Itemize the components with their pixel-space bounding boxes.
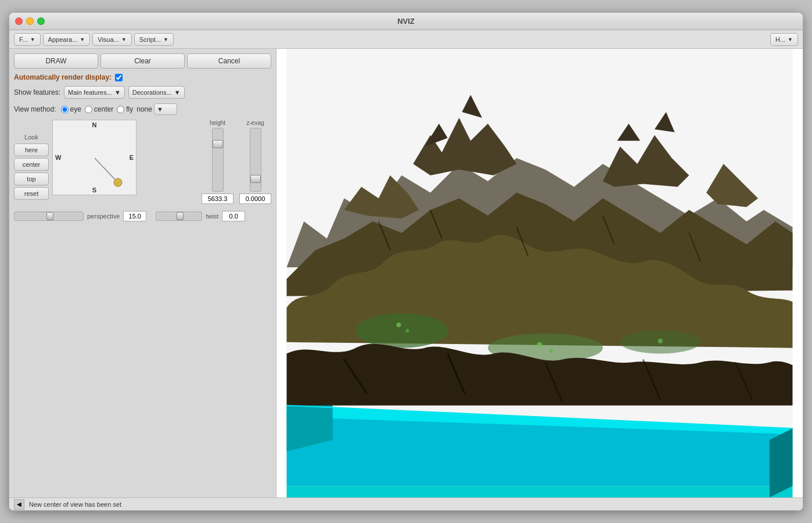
perspective-slider[interactable] — [14, 212, 84, 221]
close-button[interactable] — [15, 17, 23, 25]
compass-needle-svg — [53, 120, 136, 195]
twist-value[interactable] — [222, 211, 245, 221]
height-slider[interactable] — [212, 128, 224, 192]
radio-fly-input[interactable] — [117, 106, 124, 113]
main-content: DRAW Clear Cancel Automatically render d… — [9, 49, 803, 497]
zexag-panel: z-exag — [239, 120, 271, 204]
svg-point-34 — [658, 339, 663, 343]
menu-script-arrow: ▼ — [163, 37, 168, 42]
menu-file[interactable]: F... ▼ — [14, 33, 41, 46]
zexag-slider[interactable] — [250, 128, 261, 192]
terrain-visualization — [276, 49, 803, 497]
look-center-button[interactable]: center — [14, 158, 49, 171]
menu-script[interactable]: Script... ▼ — [134, 33, 174, 46]
none-arrow-icon: ▼ — [157, 106, 163, 113]
menubar: F... ▼ Appeara... ▼ Visua... ▼ Script...… — [9, 30, 803, 49]
svg-marker-36 — [770, 428, 793, 497]
decorations-dropdown[interactable]: Decorations... ▼ — [128, 86, 185, 99]
perspective-row: perspective twist — [14, 211, 271, 221]
svg-line-0 — [95, 158, 117, 181]
radio-eye-input[interactable] — [61, 106, 69, 113]
svg-point-30 — [397, 323, 401, 327]
maximize-button[interactable] — [37, 17, 45, 25]
show-features-label: Show features: — [14, 88, 60, 96]
radio-fly: fly — [117, 105, 133, 113]
radio-center-input[interactable] — [85, 106, 92, 113]
auto-render-checkbox[interactable] — [115, 74, 123, 81]
show-features-row: Show features: Main features... ▼ Decora… — [14, 86, 271, 99]
twist-label: twist — [206, 213, 218, 220]
cancel-button[interactable]: Cancel — [187, 53, 271, 69]
statusbar: ◀ New center of view has been set — [9, 497, 803, 510]
status-message: New center of view has been set — [29, 501, 121, 508]
menu-visual-arrow: ▼ — [121, 37, 127, 42]
look-label: Look — [14, 134, 49, 141]
zexag-label: z-exag — [246, 120, 264, 126]
svg-point-9 — [355, 313, 447, 348]
compass-box[interactable]: N S W E — [52, 120, 136, 195]
auto-render-row: Automatically render display: — [14, 73, 271, 81]
menu-appearance[interactable]: Appeara... ▼ — [43, 33, 91, 46]
look-reset-button[interactable]: reset — [14, 187, 49, 200]
height-label: height — [210, 120, 225, 126]
svg-point-33 — [549, 349, 553, 353]
look-buttons-panel: Look here center top reset — [14, 120, 49, 204]
svg-marker-3 — [287, 486, 793, 497]
radio-eye: eye — [61, 105, 81, 113]
sidebar: DRAW Clear Cancel Automatically render d… — [9, 49, 276, 497]
view-method-label: View method: — [14, 105, 56, 113]
perspective-thumb — [46, 212, 53, 220]
menu-visual[interactable]: Visua... ▼ — [92, 33, 131, 46]
menu-file-arrow: ▼ — [30, 37, 35, 42]
height-value-input[interactable] — [202, 194, 233, 204]
nav-panel: Look here center top reset N S W E — [14, 120, 271, 204]
svg-point-1 — [114, 178, 122, 187]
twist-slider[interactable] — [156, 212, 202, 221]
window-title: NVIZ — [397, 17, 415, 26]
view-method-radios: eye center fly none ▼ — [61, 103, 177, 115]
view-method-row: View method: eye center fly — [14, 103, 271, 115]
zexag-slider-thumb — [250, 175, 261, 183]
window-controls — [15, 17, 45, 25]
menu-appearance-arrow: ▼ — [80, 37, 85, 42]
look-here-button[interactable]: here — [14, 144, 49, 156]
minimize-button[interactable] — [26, 17, 34, 25]
radio-none: none ▼ — [136, 103, 177, 115]
main-features-arrow-icon: ▼ — [114, 89, 121, 96]
height-slider-thumb — [213, 140, 223, 148]
radio-center: center — [85, 105, 113, 113]
auto-render-label: Automatically render display: — [14, 73, 112, 81]
titlebar: NVIZ — [9, 13, 803, 30]
perspective-label: perspective — [87, 213, 120, 220]
none-dropdown[interactable]: ▼ — [154, 103, 177, 115]
twist-thumb — [177, 212, 184, 220]
menu-help-arrow: ▼ — [788, 37, 793, 42]
clear-button[interactable]: Clear — [100, 53, 185, 69]
decorations-arrow-icon: ▼ — [174, 89, 181, 96]
action-buttons: DRAW Clear Cancel — [14, 53, 271, 69]
main-features-dropdown[interactable]: Main features... ▼ — [64, 86, 125, 99]
svg-point-31 — [405, 329, 409, 332]
draw-button[interactable]: DRAW — [14, 53, 98, 69]
status-arrow-button[interactable]: ◀ — [14, 499, 24, 510]
perspective-value[interactable] — [123, 211, 146, 221]
height-panel: height — [202, 120, 233, 204]
zexag-value-input[interactable] — [239, 194, 271, 204]
main-window: NVIZ F... ▼ Appeara... ▼ Visua... ▼ Scri… — [9, 12, 803, 511]
compass-area: N S W E — [52, 120, 196, 204]
look-top-button[interactable]: top — [14, 173, 49, 185]
svg-point-32 — [537, 342, 542, 348]
menu-help[interactable]: H... ▼ — [770, 33, 798, 46]
viewport — [276, 49, 803, 497]
